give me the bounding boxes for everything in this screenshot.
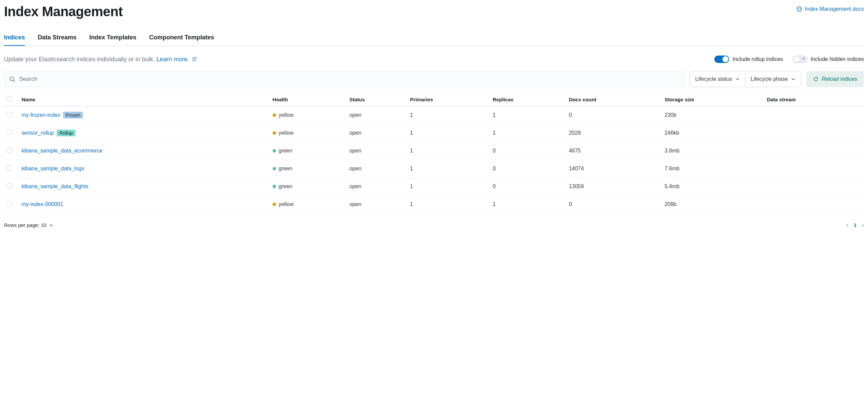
cross-icon: ✕ xyxy=(802,57,805,61)
pagination: ‹ 1 › xyxy=(846,222,864,229)
lifecycle-phase-filter[interactable]: Lifecycle phase xyxy=(745,71,801,87)
health-dot-icon xyxy=(273,113,276,117)
primaries-cell: 1 xyxy=(407,196,490,213)
refresh-icon xyxy=(813,76,818,82)
table-row: my-frozen-indexFrozen yellow open 1 1 0 … xyxy=(4,106,864,124)
docs-count-cell: 0 xyxy=(566,196,662,213)
tab-indices[interactable]: Indices xyxy=(4,34,25,46)
health-cell: yellow xyxy=(273,112,344,118)
row-checkbox[interactable] xyxy=(7,201,12,206)
select-all-checkbox[interactable] xyxy=(7,96,12,102)
replicas-cell: 1 xyxy=(490,196,566,213)
status-cell: open xyxy=(347,196,407,213)
col-primaries[interactable]: Primaries xyxy=(407,93,490,106)
chevron-down-icon xyxy=(791,77,795,81)
external-link-icon xyxy=(192,57,196,61)
svg-point-2 xyxy=(10,77,13,80)
health-text: yellow xyxy=(279,112,293,118)
replicas-cell: 0 xyxy=(490,178,566,196)
col-replicas[interactable]: Replicas xyxy=(490,93,566,106)
include-hidden-toggle[interactable]: ✕ xyxy=(793,56,807,63)
table-row: kibana_sample_data_ecommerce green open … xyxy=(4,142,864,160)
storage-size-cell: 230b xyxy=(662,106,764,124)
row-checkbox[interactable] xyxy=(7,183,12,189)
health-dot-icon xyxy=(273,131,276,135)
data-stream-cell xyxy=(764,124,864,142)
learn-more-link[interactable]: Learn more. xyxy=(156,56,189,63)
status-cell: open xyxy=(347,160,407,178)
reload-label: Reload indices xyxy=(822,76,857,82)
docs-link-label: Index Management docs xyxy=(805,6,864,12)
data-stream-cell xyxy=(764,106,864,124)
storage-size-cell: 5.4mb xyxy=(662,178,764,196)
row-checkbox[interactable] xyxy=(7,112,12,117)
docs-count-cell: 4675 xyxy=(566,142,662,160)
row-checkbox[interactable] xyxy=(7,165,12,171)
docs-count-cell: 0 xyxy=(566,106,662,124)
health-text: green xyxy=(279,183,292,190)
health-text: green xyxy=(279,148,292,154)
rows-per-page-select[interactable]: Rows per page: 10 xyxy=(4,222,53,228)
data-stream-cell xyxy=(764,142,864,160)
switch-knob xyxy=(794,57,800,63)
docs-link[interactable]: Index Management docs xyxy=(796,6,864,12)
search-input[interactable] xyxy=(19,76,679,82)
rows-per-page-label: Rows per page: 10 xyxy=(4,222,46,228)
reload-indices-button[interactable]: Reload indices xyxy=(806,71,864,87)
index-name-link[interactable]: kibana_sample_data_logs xyxy=(22,166,84,171)
tab-data-streams[interactable]: Data Streams xyxy=(38,34,76,46)
include-rollup-toggle[interactable]: ✓ xyxy=(714,56,729,63)
svg-point-0 xyxy=(797,7,802,12)
col-health[interactable]: Health xyxy=(270,93,347,106)
col-docs-count[interactable]: Docs count xyxy=(566,93,662,106)
prev-page-button[interactable]: ‹ xyxy=(846,222,848,229)
next-page-button[interactable]: › xyxy=(862,222,864,229)
row-checkbox[interactable] xyxy=(7,130,12,135)
col-name[interactable]: Name xyxy=(19,93,270,106)
health-dot-icon xyxy=(273,149,276,152)
primaries-cell: 1 xyxy=(407,160,490,178)
tab-index-templates[interactable]: Index Templates xyxy=(89,34,136,46)
lifecycle-status-filter[interactable]: Lifecycle status xyxy=(690,71,745,87)
replicas-cell: 1 xyxy=(490,106,566,124)
primaries-cell: 1 xyxy=(407,178,490,196)
primaries-cell: 1 xyxy=(407,124,490,142)
include-hidden-label: Include hidden indices xyxy=(811,56,864,62)
col-data-stream[interactable]: Data stream xyxy=(764,93,864,106)
table-row: kibana_sample_data_flights green open 1 … xyxy=(4,178,864,196)
status-cell: open xyxy=(347,178,407,196)
index-badge: Frozen xyxy=(63,112,83,118)
health-text: yellow xyxy=(279,201,293,207)
primaries-cell: 1 xyxy=(407,142,490,160)
page-number[interactable]: 1 xyxy=(854,222,857,228)
index-name-link[interactable]: my-frozen-index xyxy=(22,112,60,118)
health-cell: green xyxy=(273,166,344,172)
storage-size-cell: 246kb xyxy=(662,124,764,142)
status-cell: open xyxy=(347,142,407,160)
index-name-link[interactable]: my-index-000001 xyxy=(22,201,63,207)
help-icon xyxy=(796,6,802,12)
check-icon: ✓ xyxy=(716,56,719,61)
health-cell: green xyxy=(273,183,344,190)
search-box[interactable] xyxy=(4,71,684,87)
col-storage-size[interactable]: Storage size xyxy=(662,93,764,106)
health-cell: yellow xyxy=(273,130,344,136)
health-dot-icon xyxy=(273,185,276,188)
tab-component-templates[interactable]: Component Templates xyxy=(149,34,214,46)
tabs: IndicesData StreamsIndex TemplatesCompon… xyxy=(4,34,864,46)
health-text: yellow xyxy=(279,130,293,136)
chevron-down-icon xyxy=(49,223,53,227)
health-dot-icon xyxy=(273,167,276,170)
health-text: green xyxy=(279,166,292,172)
storage-size-cell: 208b xyxy=(662,196,764,213)
replicas-cell: 1 xyxy=(490,124,566,142)
col-status[interactable]: Status xyxy=(347,93,407,106)
index-name-link[interactable]: kibana_sample_data_flights xyxy=(22,183,88,189)
index-name-link[interactable]: sensor_rollup xyxy=(22,130,54,136)
index-name-link[interactable]: kibana_sample_data_ecommerce xyxy=(22,148,102,154)
page-title: Index Management xyxy=(4,4,123,19)
docs-count-cell: 2028 xyxy=(566,124,662,142)
data-stream-cell xyxy=(764,160,864,178)
row-checkbox[interactable] xyxy=(7,147,12,153)
status-cell: open xyxy=(347,124,407,142)
